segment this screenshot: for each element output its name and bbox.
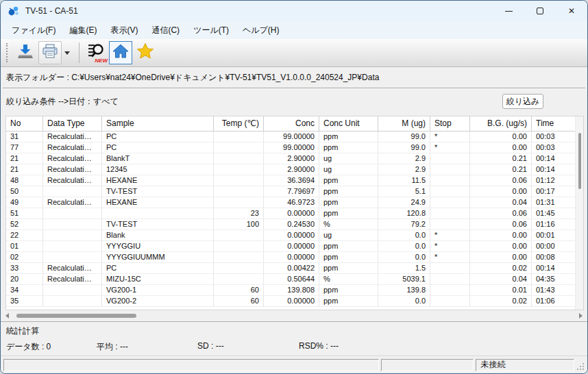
table-cell: Recalculati… [43, 142, 102, 153]
table-cell: 77 [6, 142, 43, 153]
table-row[interactable]: 21Recalculati…123452.90000ug2.90.2100:14 [6, 164, 583, 175]
table-cell: 01:16 [532, 219, 576, 229]
folder-path-bar: 表示フォルダー : C:¥Users¥nat24¥OneDrive¥ドキュメント… [1, 67, 587, 88]
table-cell: ppm [319, 208, 378, 219]
column-header[interactable]: Data Type [43, 116, 102, 131]
table-cell: YYYGGIUUMMM [102, 252, 214, 262]
table-cell: 0.00422 [264, 263, 319, 273]
table-cell: 34 [6, 285, 43, 295]
table-row[interactable]: 21Recalculati…BlankT2.90000ug2.90.2100:1… [6, 153, 583, 164]
table-cell: 0.00 [470, 142, 532, 153]
table-cell: PC [102, 142, 214, 153]
window-controls: ✕ [493, 1, 587, 21]
table-cell: 1.5 [378, 263, 430, 273]
table-row[interactable]: 02YYYGGIUUMMM0.00000ppm0.0*0.0000:08 [6, 252, 583, 263]
maximize-button[interactable] [524, 1, 556, 21]
menu-item[interactable]: 表示(V) [103, 22, 145, 39]
horizontal-scrollbar[interactable] [4, 310, 584, 321]
table-cell: % [319, 274, 378, 284]
table-row[interactable]: 34VG200-160139.808ppm139.80.0101:43 [6, 285, 583, 296]
column-header[interactable]: Sample [102, 116, 214, 131]
table-row[interactable]: 49Recalculati…HEXANE46.9723ppm24.90.0401… [6, 197, 583, 208]
title-bar: TV-51 - CA-51 ✕ [1, 1, 587, 21]
menu-item[interactable]: ファイル(F) [5, 22, 62, 39]
table-cell [430, 153, 470, 164]
table-cell: 99.0 [378, 132, 430, 142]
column-header[interactable]: Stop [430, 116, 470, 131]
menu-item[interactable]: ヘルプ(H) [236, 22, 286, 39]
table-cell: MIZU-15C [102, 274, 214, 284]
column-header[interactable]: No [6, 116, 43, 131]
table-cell: 01:12 [532, 175, 576, 186]
data-table: NoData TypeSampleTemp (℃)ConcConc UnitM … [5, 116, 584, 310]
table-row[interactable]: 35VG200-2600.00000ppm0.00.0201:06 [6, 296, 583, 307]
table-row[interactable]: 31Recalculati…PC99.00000ppm99.0*0.0000:0… [6, 132, 583, 142]
print-button[interactable] [38, 41, 62, 64]
table-cell: 139.8 [378, 285, 430, 295]
table-header: NoData TypeSampleTemp (℃)ConcConc UnitM … [6, 116, 583, 132]
table-cell: 0.00000 [264, 208, 319, 219]
table-cell: 0.0 [378, 230, 430, 240]
table-cell: 0.00 [470, 241, 532, 251]
app-window: TV-51 - CA-51 ✕ ファイル(F)編集(E)表示(V)通信(C)ツー… [0, 0, 588, 374]
vertical-scrollbar[interactable] [575, 116, 583, 310]
table-cell: YYYGGIU [102, 241, 214, 251]
table-cell: 01:06 [532, 296, 576, 306]
table-cell: 01:31 [532, 197, 576, 208]
table-cell: 00:14 [532, 164, 576, 175]
save-button[interactable] [14, 41, 37, 64]
table-cell: 36.3694 [264, 175, 319, 186]
table-row[interactable]: 22Blank0.00000ug0.0*0.0000:01 [6, 230, 583, 241]
search-new-button[interactable]: NEW [84, 41, 108, 64]
minimize-button[interactable] [493, 1, 524, 21]
table-cell [214, 186, 264, 197]
resize-grip[interactable] [576, 361, 585, 369]
home-button[interactable] [109, 41, 132, 64]
table-cell: ppm [319, 142, 378, 153]
column-header[interactable]: Time [532, 116, 576, 131]
print-dropdown-arrow-icon[interactable] [64, 51, 70, 55]
table-row[interactable]: 77Recalculati…PC99.00000ppm99.0*0.0000:0… [6, 142, 583, 153]
favorite-button[interactable] [134, 41, 157, 64]
table-row[interactable]: 52TV-TEST1000.24530%79.20.0601:16 [6, 219, 583, 230]
table-row[interactable]: 50TV-TEST7.79697ppm5.10.0000:17 [6, 186, 583, 197]
table-cell: 0.06 [470, 175, 532, 186]
table-cell: 01 [6, 241, 43, 251]
table-cell: 79.2 [378, 219, 430, 229]
filter-button[interactable]: 絞り込み [502, 94, 543, 109]
table-row[interactable]: 48Recalculati…HEXANE36.3694ppm11.50.0601… [6, 175, 583, 186]
close-icon: ✕ [568, 7, 575, 15]
scroll-left-arrow-icon[interactable] [5, 313, 9, 319]
column-header[interactable]: Conc [264, 116, 319, 131]
menu-item[interactable]: 通信(C) [145, 22, 186, 39]
table-cell [43, 186, 102, 197]
filter-condition-text: 絞り込み条件 -->日付：すべて [6, 96, 119, 108]
table-cell: ppm [319, 175, 378, 186]
scroll-right-arrow-icon[interactable] [579, 313, 583, 319]
app-logo-icon [8, 5, 20, 17]
table-cell: 01:43 [532, 285, 576, 295]
horizontal-scrollbar-thumb[interactable] [16, 314, 136, 318]
menu-item[interactable]: 編集(E) [62, 22, 103, 39]
table-cell: TV-TEST [102, 186, 214, 197]
toolbar-gripper[interactable] [6, 43, 8, 62]
menu-item[interactable]: ツール(T) [186, 22, 236, 39]
column-header[interactable]: Conc Unit [319, 116, 378, 131]
table-row[interactable]: 20Recalculati…MIZU-15C0.50644%5039.10.04… [6, 274, 583, 285]
table-cell: 01:45 [532, 208, 576, 219]
table-row[interactable]: 51230.00000ppm120.80.0601:45 [6, 208, 583, 219]
table-row[interactable]: 01YYYGGIU0.00000ppm0.0*0.0000:00 [6, 241, 583, 252]
table-cell: 0.0 [378, 241, 430, 251]
table-cell: ppm [319, 252, 378, 262]
statistic-value: 平均 : --- [97, 341, 128, 353]
vertical-scrollbar-thumb[interactable] [578, 133, 581, 189]
table-cell: BlankT [102, 153, 214, 164]
column-header[interactable]: Temp (℃) [214, 116, 264, 131]
column-header[interactable]: M (ug) [378, 116, 430, 131]
close-button[interactable]: ✕ [556, 1, 587, 21]
new-badge: NEW [95, 58, 108, 64]
table-cell: 20 [6, 274, 43, 284]
table-cell: Recalculati… [43, 263, 102, 273]
table-row[interactable]: 33Recalculati…PC0.00422ppm1.50.0200:14 [6, 263, 583, 274]
column-header[interactable]: B.G. (ug/s) [470, 116, 532, 131]
